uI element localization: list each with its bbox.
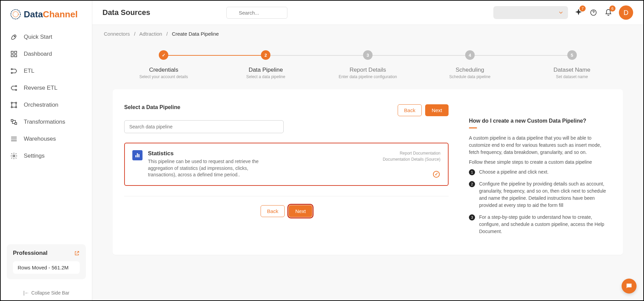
next-button-bottom[interactable]: Next xyxy=(289,205,312,217)
topbar: Data Sources 7 xyxy=(92,1,643,25)
selected-check-icon xyxy=(433,171,440,178)
nav-label: ETL xyxy=(24,68,34,74)
back-button-top[interactable]: Back xyxy=(398,104,422,116)
nav-label: Warehouses xyxy=(24,136,56,142)
nav-warehouses[interactable]: Warehouses xyxy=(1,130,92,147)
svg-point-22 xyxy=(630,285,630,286)
rocket-icon xyxy=(10,33,18,41)
step-sub: Select your account details xyxy=(139,74,188,79)
nav-label: Dashboard xyxy=(24,51,52,57)
step-title: Credentials xyxy=(149,67,178,73)
main-card: Select a Data Pipeline Back Next Statist… xyxy=(113,89,623,255)
section-title: Select a Data Pipeline xyxy=(124,104,180,110)
nav-quick-start[interactable]: Quick Start xyxy=(1,29,92,46)
chevron-down-icon xyxy=(558,10,564,16)
pipeline-card-statistics[interactable]: Statistics This pipeline can be used to … xyxy=(124,143,449,186)
help-step-3: For a step-by-step guide to understand h… xyxy=(479,214,611,235)
svg-rect-3 xyxy=(11,51,13,53)
spark-badge: 7 xyxy=(580,5,586,12)
nav-label: Transformations xyxy=(24,119,65,125)
step-scheduling[interactable]: 4 Scheduling Schedule data pipeline xyxy=(419,50,521,79)
step-report-details[interactable]: 3 Report Details Enter data pipeline con… xyxy=(317,50,419,79)
rows-moved: Rows Moved - 561.2M xyxy=(13,261,80,274)
help-paragraph-2: Follow these simple steps to create a cu… xyxy=(469,159,611,166)
divider xyxy=(124,196,449,196)
collapse-sidebar-button[interactable]: |← Collapse Side Bar xyxy=(1,285,92,300)
logo-icon xyxy=(10,9,21,20)
svg-rect-15 xyxy=(11,120,13,122)
breadcrumb: Connectors / Adtraction / Create Data Pi… xyxy=(92,25,643,37)
nav-reverse-etl[interactable]: Reverse ETL xyxy=(1,79,92,96)
help-icon xyxy=(590,9,597,16)
svg-point-12 xyxy=(16,102,17,104)
workspace-dropdown[interactable] xyxy=(493,6,568,19)
svg-point-21 xyxy=(629,285,629,286)
nav-label: Reverse ETL xyxy=(24,85,57,91)
svg-point-0 xyxy=(11,10,20,19)
nav-label: Orchestration xyxy=(24,102,58,108)
orchestration-icon xyxy=(10,101,18,109)
transformations-icon xyxy=(10,118,18,126)
nav-transformations[interactable]: Transformations xyxy=(1,113,92,130)
sidebar-nav: Quick Start Dashboard ETL Reverse ETL Or… xyxy=(1,26,92,238)
chat-fab[interactable] xyxy=(622,279,637,294)
nav-settings[interactable]: Settings xyxy=(1,147,92,164)
step-circle: 4 xyxy=(465,50,475,60)
nav-orchestration[interactable]: Orchestration xyxy=(1,96,92,113)
warehouses-icon xyxy=(10,135,18,143)
help-underline xyxy=(469,127,477,128)
step-circle: ✓ xyxy=(159,50,168,60)
step-sub: Select a data pipeline xyxy=(246,74,285,79)
next-button-top[interactable]: Next xyxy=(425,104,449,116)
etl-icon xyxy=(10,67,18,75)
svg-point-2 xyxy=(14,36,15,37)
step-title: Dataset Name xyxy=(553,67,590,73)
plan-name: Professional xyxy=(13,250,48,256)
help-paragraph-1: A custom pipeline is a data pipeline tha… xyxy=(469,135,611,156)
report-documentation-link[interactable]: Report Documentation xyxy=(383,150,440,156)
svg-point-13 xyxy=(11,107,13,108)
back-button-bottom[interactable]: Back xyxy=(261,205,285,217)
nav-label: Settings xyxy=(24,153,44,159)
help-icon-button[interactable] xyxy=(589,8,598,17)
svg-point-11 xyxy=(11,102,13,104)
pipeline-search-input[interactable] xyxy=(124,120,284,133)
step-title: Report Details xyxy=(349,67,386,73)
bell-icon-button[interactable]: 6 xyxy=(604,8,613,17)
svg-point-20 xyxy=(628,285,628,286)
crumb-connectors[interactable]: Connectors xyxy=(104,31,130,37)
page-title: Data Sources xyxy=(102,8,150,17)
help-heading: How do I create a new Custom Data Pipeli… xyxy=(469,118,611,124)
step-circle: 5 xyxy=(567,50,577,60)
crumb-adtraction[interactable]: Adtraction xyxy=(139,31,162,37)
pipeline-icon xyxy=(132,150,143,160)
plan-box: Professional Rows Moved - 561.2M xyxy=(7,244,86,279)
svg-rect-6 xyxy=(15,55,17,57)
pipeline-desc: This pipeline can be used to request and… xyxy=(148,158,277,178)
svg-point-17 xyxy=(13,155,15,157)
step-dataset-name[interactable]: 5 Dataset Name Set dataset name xyxy=(521,50,623,79)
step-data-pipeline[interactable]: 2 Data Pipeline Select a data pipeline xyxy=(215,50,317,79)
sidebar: DataChannel Quick Start Dashboard ETL Re… xyxy=(1,1,92,300)
nav-etl[interactable]: ETL xyxy=(1,63,92,79)
svg-point-9 xyxy=(16,86,17,87)
nav-label: Quick Start xyxy=(24,34,52,40)
step-circle: 2 xyxy=(261,50,270,60)
crumb-current: Create Data Pipeline xyxy=(172,31,219,37)
spark-icon-button[interactable]: 7 xyxy=(574,8,583,17)
collapse-label: Collapse Side Bar xyxy=(31,290,69,296)
svg-rect-5 xyxy=(11,55,13,57)
nav-dashboard[interactable]: Dashboard xyxy=(1,46,92,63)
step-credentials[interactable]: ✓ Credentials Select your account detail… xyxy=(113,50,215,79)
external-link-icon[interactable] xyxy=(74,250,80,256)
pipeline-title: Statistics xyxy=(148,150,377,157)
bell-badge: 6 xyxy=(609,5,615,12)
svg-rect-4 xyxy=(15,51,17,53)
chat-icon xyxy=(625,282,633,290)
brand-logo[interactable]: DataChannel xyxy=(1,1,92,26)
help-step-2: Configure the pipeline by providing deta… xyxy=(479,180,611,209)
documentation-details-link[interactable]: Documentation Details (Source) xyxy=(383,156,440,162)
global-search-input[interactable] xyxy=(226,7,287,19)
user-avatar[interactable]: D xyxy=(619,5,633,20)
step-title: Data Pipeline xyxy=(249,67,283,73)
